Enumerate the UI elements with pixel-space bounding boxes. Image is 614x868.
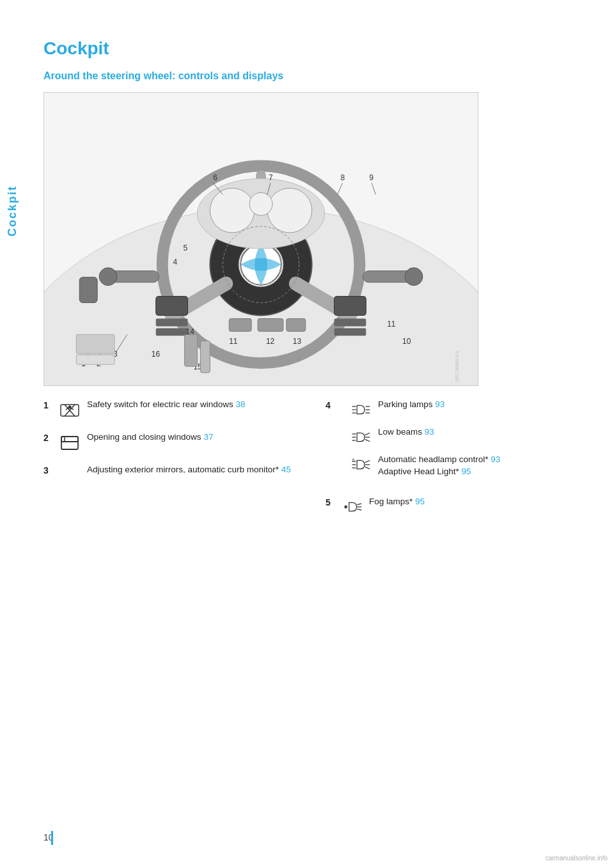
svg-line-76 <box>365 439 370 441</box>
right-items-col: 4 <box>326 399 588 529</box>
item-1-ref: 38 <box>236 399 246 409</box>
svg-text:11: 11 <box>387 320 396 329</box>
item-5-row: 5 <box>326 496 588 517</box>
page-number-bar <box>51 831 53 845</box>
svg-point-19 <box>405 268 423 286</box>
svg-point-17 <box>99 268 117 286</box>
svg-text:A: A <box>352 458 355 461</box>
svg-point-21 <box>210 188 255 233</box>
parking-lamps-subitem: Parking lamps 93 <box>340 399 588 420</box>
items-grid: 1 Safety switch for electric rear window… <box>43 399 588 529</box>
item-1-text: Safety switch for electric rear windows … <box>87 399 306 411</box>
no-icon-3 <box>58 465 82 485</box>
svg-text:10: 10 <box>402 337 411 346</box>
svg-point-61 <box>68 406 72 409</box>
svg-rect-56 <box>76 355 114 364</box>
svg-point-23 <box>249 192 272 215</box>
safety-switch-icon <box>58 399 82 420</box>
svg-rect-53 <box>185 334 198 366</box>
svg-text:12: 12 <box>266 337 275 346</box>
svg-line-80 <box>365 460 370 462</box>
svg-text:11: 11 <box>229 337 238 346</box>
watermark: carmanualsonline.info <box>546 855 608 862</box>
svg-line-88 <box>357 504 361 505</box>
svg-text:9: 9 <box>369 173 374 182</box>
item-3-number: 3 <box>43 464 52 476</box>
item-3-row: 3 Adjusting exterior mirrors, automatic … <box>43 464 306 485</box>
item-2-ref: 37 <box>203 432 213 442</box>
low-beams-icon <box>349 427 373 447</box>
svg-rect-63 <box>61 437 78 442</box>
svg-text:16: 16 <box>152 350 161 359</box>
low-beams-subitem: Low beams 93 <box>340 426 588 447</box>
item-3-ref: 45 <box>281 465 291 474</box>
window-icon <box>58 432 82 453</box>
svg-rect-13 <box>335 297 366 316</box>
diagram: 1 2 3 4 5 6 7 8 9 10 11 <box>44 93 478 385</box>
page-title: Cockpit <box>43 38 588 59</box>
svg-text:13: 13 <box>293 337 302 346</box>
svg-rect-11 <box>156 318 188 326</box>
svg-rect-50 <box>229 318 251 331</box>
main-content: Cockpit Around the steering wheel: contr… <box>31 0 614 554</box>
svg-text:8: 8 <box>340 173 345 182</box>
svg-text:7: 7 <box>269 173 273 182</box>
sidebar-label: Cockpit <box>0 102 24 320</box>
svg-rect-24 <box>79 277 97 303</box>
svg-rect-15 <box>335 328 366 336</box>
svg-text:5: 5 <box>184 244 188 252</box>
auto-headlamp-ref2: 95 <box>462 467 471 476</box>
item-2-number: 2 <box>43 431 52 443</box>
svg-text:VDC-00689-0-0: VDC-00689-0-0 <box>455 351 459 382</box>
svg-rect-54 <box>200 341 210 373</box>
svg-rect-55 <box>76 334 114 353</box>
svg-rect-14 <box>335 318 366 326</box>
item-1-row: 1 Safety switch for electric rear window… <box>43 399 306 420</box>
svg-rect-52 <box>287 318 306 331</box>
item-5-number: 5 <box>326 496 335 508</box>
svg-rect-51 <box>258 318 283 331</box>
low-beams-ref: 93 <box>425 427 434 437</box>
left-items-col: 1 Safety switch for electric rear window… <box>43 399 306 529</box>
svg-rect-10 <box>156 297 188 316</box>
svg-line-90 <box>357 509 361 510</box>
item-2-text: Opening and closing windows 37 <box>87 431 306 444</box>
svg-line-74 <box>365 433 370 435</box>
auto-headlamp-icon: A <box>349 454 373 475</box>
low-beams-text: Low beams 93 <box>378 426 588 438</box>
fog-lamps-text: Fog lamps* 95 <box>369 496 588 508</box>
item-4-subitems: Parking lamps 93 <box>340 399 588 484</box>
svg-text:4: 4 <box>173 258 178 267</box>
item-1-number: 1 <box>43 399 52 410</box>
diagram-container: 1 2 3 4 5 6 7 8 9 10 11 <box>43 92 478 386</box>
item-4-row: 4 <box>326 399 588 484</box>
svg-rect-62 <box>61 437 78 449</box>
auto-headlamp-text: Automatic headlamp control* 93 Adaptive … <box>378 454 588 478</box>
parking-lamps-ref: 93 <box>435 399 445 409</box>
auto-headlamp-ref1: 93 <box>491 454 500 464</box>
parking-lamps-icon <box>349 399 373 420</box>
svg-text:6: 6 <box>213 173 217 182</box>
item-3-text: Adjusting exterior mirrors, automatic cu… <box>87 464 306 476</box>
svg-point-22 <box>267 188 312 233</box>
item-4-number: 4 <box>326 399 335 410</box>
item-2-row: 2 Opening and closing windows 37 <box>43 431 306 453</box>
parking-lamps-text: Parking lamps 93 <box>378 399 588 411</box>
cockpit-diagram-svg: 1 2 3 4 5 6 7 8 9 10 11 <box>44 93 478 385</box>
svg-line-82 <box>365 467 370 469</box>
fog-lamps-ref: 95 <box>415 497 425 506</box>
section-title: Around the steering wheel: controls and … <box>43 70 588 82</box>
svg-rect-12 <box>156 328 188 336</box>
auto-headlamp-subitem: A Automatic headlamp control* 93 Adaptiv… <box>340 454 588 478</box>
sidebar-text: Cockpit <box>6 185 19 236</box>
fog-lamps-icon <box>340 497 364 517</box>
